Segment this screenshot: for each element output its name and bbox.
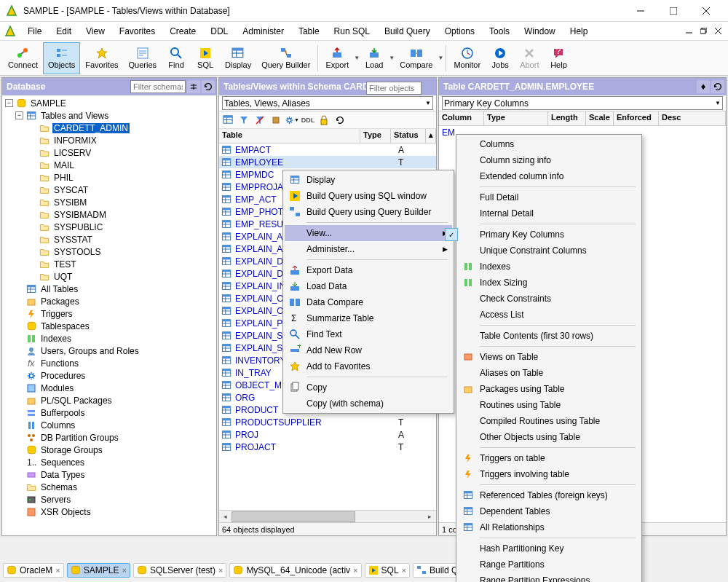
toolbar-jobs-button[interactable]: Jobs	[486, 42, 515, 74]
toolbar-display-button[interactable]: Display	[220, 42, 256, 74]
table-row[interactable]: PROJACTT	[219, 441, 436, 453]
ctx-views-on-table[interactable]: Views on Table	[458, 349, 640, 365]
remove-filter-icon[interactable]	[253, 113, 267, 127]
ctx-find-text[interactable]: Find Text	[285, 326, 452, 342]
scroll-up-icon[interactable]: ▴	[426, 129, 436, 143]
ctx-full-detail[interactable]: Full Detail	[458, 189, 640, 205]
menu-file[interactable]: File	[20, 24, 49, 39]
menu-favorites[interactable]: Favorites	[112, 24, 162, 39]
toolbar-sql-button[interactable]: SQL	[191, 42, 220, 74]
ctx-range-partition-expressions[interactable]: Range Partition Expressions	[458, 573, 640, 582]
tree-node[interactable]: MAIL	[2, 159, 216, 171]
toolbar-abort-button[interactable]: Abort	[515, 42, 544, 74]
tree-node[interactable]: −Tables and Views	[2, 109, 216, 122]
toolbar-load-dropdown[interactable]: ▼	[389, 55, 395, 61]
refresh-tables-button[interactable]	[333, 113, 347, 127]
tree-node[interactable]: Columns	[2, 419, 216, 431]
ddl-icon[interactable]: DDL	[301, 113, 315, 127]
ctx-summarize-table[interactable]: ΣSummarize Table	[285, 310, 452, 326]
menu-view[interactable]: View	[79, 24, 112, 39]
view-submenu[interactable]: ColumnsColumn sizing infoExtended column…	[456, 134, 642, 582]
detail-view-combo[interactable]: Primary Key Columns▼	[442, 96, 723, 110]
minimize-button[interactable]	[624, 0, 657, 21]
tree-node[interactable]: LICSERV	[2, 146, 216, 159]
menu-run-sql[interactable]: Run SQL	[327, 24, 377, 39]
mdi-close-button[interactable]	[711, 25, 725, 38]
menu-help[interactable]: Help	[563, 24, 596, 39]
tree-node[interactable]: SYSCAT	[2, 184, 216, 196]
toolbar-objects-button[interactable]: Objects	[43, 42, 80, 74]
tree-node[interactable]: Triggers	[2, 307, 216, 320]
connection-tab-sql[interactable]: SQL×	[365, 563, 410, 578]
tree-node[interactable]: UQT	[2, 270, 216, 283]
ctx-export-data[interactable]: Export Data	[285, 262, 452, 278]
connection-tab-mysql-64-unicode-activ[interactable]: MySQL_64_Unicode (activ×	[229, 563, 361, 578]
toolbar-help-button[interactable]: ?Help	[544, 42, 573, 74]
ctx-unique-constraint-columns[interactable]: Unique Constraint Columns	[458, 243, 640, 259]
toolbar-monitor-button[interactable]: Monitor	[448, 42, 486, 74]
database-tree[interactable]: −SAMPLE−Tables and ViewsCARDETT_ADMININF…	[2, 95, 216, 535]
tree-node[interactable]: CARDETT_ADMIN	[2, 122, 216, 134]
tree-node[interactable]: Storage Groups	[2, 444, 216, 456]
toolbar-queries-button[interactable]: Queries	[124, 42, 162, 74]
ctx-view-[interactable]: View...▶	[285, 225, 452, 241]
ctx-routines-using-table[interactable]: Routines using Table	[458, 397, 640, 413]
updown-icon[interactable]: ♦	[697, 80, 710, 93]
toolbar-load-button[interactable]: Load	[360, 42, 389, 74]
close-tab-icon[interactable]: ×	[122, 566, 126, 575]
ctx-access-list[interactable]: Access List	[458, 307, 640, 323]
ctx-range-partitions[interactable]: Range Partitions	[458, 557, 640, 573]
tree-node[interactable]: SYSPUBLIC	[2, 221, 216, 233]
ctx-copy-with-schema-[interactable]: Copy (with schema)	[285, 396, 452, 412]
object-type-combo[interactable]: Tables, Views, Aliases▼	[222, 96, 433, 110]
object-filter-input[interactable]	[366, 82, 422, 95]
tree-node[interactable]: fxFunctions	[2, 357, 216, 369]
connection-tab-sqlserver-test-[interactable]: SQLServer (test)×	[133, 563, 226, 578]
toggle-panel-button[interactable]	[187, 80, 200, 93]
ctx-indexes[interactable]: Indexes	[458, 259, 640, 275]
toolbar-compare-button[interactable]: Compare	[395, 42, 438, 74]
table-row[interactable]: EMPACTA	[219, 143, 436, 156]
ctx-packages-using-table[interactable]: Packages using Table	[458, 381, 640, 397]
toolbar-favorites-button[interactable]: Favorites	[80, 42, 123, 74]
tree-node[interactable]: PHIL	[2, 171, 216, 184]
table-row[interactable]: EMPLOYEET	[219, 156, 436, 168]
close-tab-icon[interactable]: ×	[55, 566, 60, 575]
ctx-build-query-using-query-builder[interactable]: Build Query using Query Builder	[285, 204, 452, 220]
ctx-triggers-on-table[interactable]: Triggers on table	[458, 450, 640, 466]
ctx-other-objects-using-table[interactable]: Other Objects using Table	[458, 429, 640, 445]
tree-node[interactable]: Data Types	[2, 468, 216, 481]
col-type[interactable]: Type	[360, 129, 391, 143]
table-context-menu[interactable]: DisplayBuild Query using SQL windowBuild…	[282, 170, 454, 414]
ctx-triggers-involving-table[interactable]: Triggers involving table	[458, 466, 640, 482]
ctx-aliases-on-table[interactable]: Aliases on Table	[458, 365, 640, 381]
tree-node[interactable]: Bufferpools	[2, 406, 216, 419]
tree-node[interactable]: SYSSTAT	[2, 233, 216, 245]
tree-node[interactable]: Tablespaces	[2, 320, 216, 332]
toolbar-compare-dropdown[interactable]: ▼	[438, 55, 443, 61]
ctx-column-sizing-info[interactable]: Column sizing info	[458, 152, 640, 168]
ctx-table-contents-first-30-rows-[interactable]: Table Contents (first 30 rows)	[458, 328, 640, 344]
menu-table[interactable]: Table	[291, 24, 327, 39]
menu-build-query[interactable]: Build Query	[377, 24, 438, 39]
close-tab-icon[interactable]: ×	[402, 566, 406, 575]
ctx-check-constraints[interactable]: Check Constraints	[458, 291, 640, 307]
tree-node[interactable]: Modules	[2, 382, 216, 394]
ctx-index-sizing[interactable]: Index Sizing	[458, 275, 640, 291]
table-row[interactable]: PROJA	[219, 428, 436, 441]
ctx-build-query-using-sql-window[interactable]: Build Query using SQL window	[285, 188, 452, 204]
ctx-dependent-tables[interactable]: Dependent Tables	[458, 503, 640, 519]
ctx-data-compare[interactable]: Data Compare	[285, 294, 452, 310]
ctx-add-to-favorites[interactable]: Add to Favorites	[285, 358, 452, 374]
tree-node[interactable]: Packages	[2, 295, 216, 307]
tree-node[interactable]: TEST	[2, 258, 216, 270]
tree-node[interactable]: Users, Groups and Roles	[2, 345, 216, 357]
menu-create[interactable]: Create	[162, 24, 203, 39]
ctx-hash-partitioning-key[interactable]: Hash Partitioning Key	[458, 540, 640, 557]
table-icon[interactable]	[221, 113, 235, 127]
ctx-copy[interactable]: Copy	[285, 380, 452, 396]
ctx-display[interactable]: Display	[285, 172, 452, 188]
toolbar-find-button[interactable]: Find	[162, 42, 191, 74]
mdi-minimize-button[interactable]	[681, 25, 696, 38]
settings-icon[interactable]: ▼	[285, 113, 299, 127]
